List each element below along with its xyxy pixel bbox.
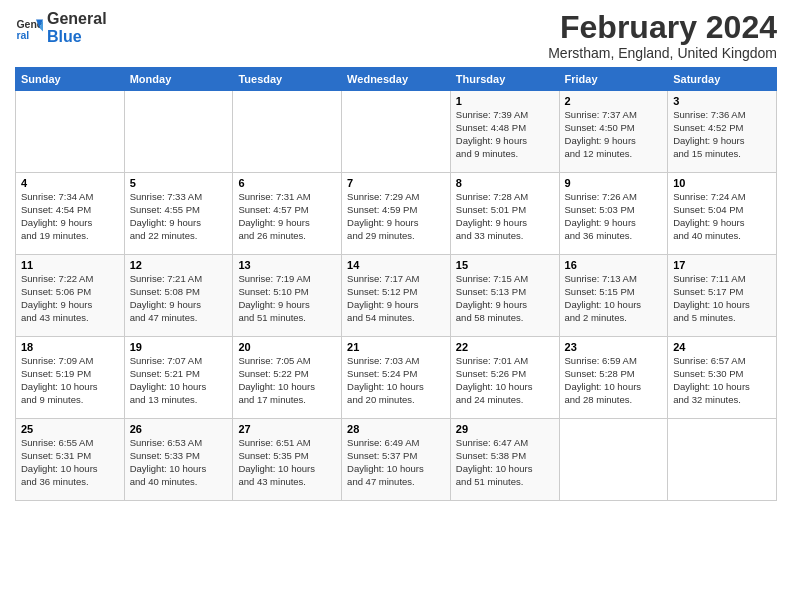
calendar-cell: [16, 91, 125, 173]
calendar-cell: 22Sunrise: 7:01 AM Sunset: 5:26 PM Dayli…: [450, 337, 559, 419]
calendar-cell: 9Sunrise: 7:26 AM Sunset: 5:03 PM Daylig…: [559, 173, 668, 255]
day-info: Sunrise: 7:28 AM Sunset: 5:01 PM Dayligh…: [456, 191, 554, 242]
calendar-cell: 3Sunrise: 7:36 AM Sunset: 4:52 PM Daylig…: [668, 91, 777, 173]
day-number: 6: [238, 177, 336, 189]
calendar-week-3: 11Sunrise: 7:22 AM Sunset: 5:06 PM Dayli…: [16, 255, 777, 337]
day-info: Sunrise: 6:59 AM Sunset: 5:28 PM Dayligh…: [565, 355, 663, 406]
day-number: 13: [238, 259, 336, 271]
day-number: 21: [347, 341, 445, 353]
day-info: Sunrise: 6:49 AM Sunset: 5:37 PM Dayligh…: [347, 437, 445, 488]
logo-icon: Gene ral: [15, 14, 43, 42]
calendar-title: February 2024: [548, 10, 777, 45]
day-number: 14: [347, 259, 445, 271]
calendar-week-4: 18Sunrise: 7:09 AM Sunset: 5:19 PM Dayli…: [16, 337, 777, 419]
calendar-cell: 13Sunrise: 7:19 AM Sunset: 5:10 PM Dayli…: [233, 255, 342, 337]
day-info: Sunrise: 7:11 AM Sunset: 5:17 PM Dayligh…: [673, 273, 771, 324]
day-info: Sunrise: 7:21 AM Sunset: 5:08 PM Dayligh…: [130, 273, 228, 324]
calendar-cell: 24Sunrise: 6:57 AM Sunset: 5:30 PM Dayli…: [668, 337, 777, 419]
day-info: Sunrise: 7:29 AM Sunset: 4:59 PM Dayligh…: [347, 191, 445, 242]
calendar-cell: 17Sunrise: 7:11 AM Sunset: 5:17 PM Dayli…: [668, 255, 777, 337]
calendar-cell: [124, 91, 233, 173]
day-number: 25: [21, 423, 119, 435]
day-number: 28: [347, 423, 445, 435]
day-info: Sunrise: 7:36 AM Sunset: 4:52 PM Dayligh…: [673, 109, 771, 160]
day-number: 16: [565, 259, 663, 271]
day-number: 22: [456, 341, 554, 353]
day-number: 29: [456, 423, 554, 435]
day-info: Sunrise: 6:57 AM Sunset: 5:30 PM Dayligh…: [673, 355, 771, 406]
day-info: Sunrise: 7:19 AM Sunset: 5:10 PM Dayligh…: [238, 273, 336, 324]
day-info: Sunrise: 7:37 AM Sunset: 4:50 PM Dayligh…: [565, 109, 663, 160]
day-number: 18: [21, 341, 119, 353]
header-monday: Monday: [124, 68, 233, 91]
day-number: 2: [565, 95, 663, 107]
calendar-cell: 27Sunrise: 6:51 AM Sunset: 5:35 PM Dayli…: [233, 419, 342, 501]
logo-line1: General: [47, 10, 107, 28]
day-number: 19: [130, 341, 228, 353]
calendar-cell: [342, 91, 451, 173]
day-number: 12: [130, 259, 228, 271]
header: Gene ral General Blue February 2024 Mers…: [15, 10, 777, 61]
calendar-cell: 4Sunrise: 7:34 AM Sunset: 4:54 PM Daylig…: [16, 173, 125, 255]
day-info: Sunrise: 6:51 AM Sunset: 5:35 PM Dayligh…: [238, 437, 336, 488]
calendar-week-2: 4Sunrise: 7:34 AM Sunset: 4:54 PM Daylig…: [16, 173, 777, 255]
page-container: Gene ral General Blue February 2024 Mers…: [0, 0, 792, 506]
svg-text:ral: ral: [16, 28, 29, 40]
calendar-cell: 1Sunrise: 7:39 AM Sunset: 4:48 PM Daylig…: [450, 91, 559, 173]
calendar-table: Sunday Monday Tuesday Wednesday Thursday…: [15, 67, 777, 501]
day-info: Sunrise: 7:33 AM Sunset: 4:55 PM Dayligh…: [130, 191, 228, 242]
calendar-cell: 12Sunrise: 7:21 AM Sunset: 5:08 PM Dayli…: [124, 255, 233, 337]
day-info: Sunrise: 7:05 AM Sunset: 5:22 PM Dayligh…: [238, 355, 336, 406]
day-info: Sunrise: 6:47 AM Sunset: 5:38 PM Dayligh…: [456, 437, 554, 488]
day-info: Sunrise: 7:03 AM Sunset: 5:24 PM Dayligh…: [347, 355, 445, 406]
day-number: 17: [673, 259, 771, 271]
calendar-cell: 8Sunrise: 7:28 AM Sunset: 5:01 PM Daylig…: [450, 173, 559, 255]
calendar-cell: 21Sunrise: 7:03 AM Sunset: 5:24 PM Dayli…: [342, 337, 451, 419]
day-info: Sunrise: 7:07 AM Sunset: 5:21 PM Dayligh…: [130, 355, 228, 406]
day-number: 27: [238, 423, 336, 435]
calendar-cell: 2Sunrise: 7:37 AM Sunset: 4:50 PM Daylig…: [559, 91, 668, 173]
calendar-cell: 14Sunrise: 7:17 AM Sunset: 5:12 PM Dayli…: [342, 255, 451, 337]
day-number: 1: [456, 95, 554, 107]
calendar-cell: 26Sunrise: 6:53 AM Sunset: 5:33 PM Dayli…: [124, 419, 233, 501]
day-number: 7: [347, 177, 445, 189]
day-number: 3: [673, 95, 771, 107]
day-info: Sunrise: 7:09 AM Sunset: 5:19 PM Dayligh…: [21, 355, 119, 406]
day-number: 5: [130, 177, 228, 189]
calendar-cell: 18Sunrise: 7:09 AM Sunset: 5:19 PM Dayli…: [16, 337, 125, 419]
calendar-cell: 10Sunrise: 7:24 AM Sunset: 5:04 PM Dayli…: [668, 173, 777, 255]
header-friday: Friday: [559, 68, 668, 91]
day-number: 26: [130, 423, 228, 435]
calendar-cell: 23Sunrise: 6:59 AM Sunset: 5:28 PM Dayli…: [559, 337, 668, 419]
day-info: Sunrise: 7:34 AM Sunset: 4:54 PM Dayligh…: [21, 191, 119, 242]
day-number: 23: [565, 341, 663, 353]
header-sunday: Sunday: [16, 68, 125, 91]
day-number: 8: [456, 177, 554, 189]
day-info: Sunrise: 7:24 AM Sunset: 5:04 PM Dayligh…: [673, 191, 771, 242]
calendar-cell: [559, 419, 668, 501]
calendar-cell: 29Sunrise: 6:47 AM Sunset: 5:38 PM Dayli…: [450, 419, 559, 501]
day-info: Sunrise: 7:15 AM Sunset: 5:13 PM Dayligh…: [456, 273, 554, 324]
day-info: Sunrise: 7:17 AM Sunset: 5:12 PM Dayligh…: [347, 273, 445, 324]
header-thursday: Thursday: [450, 68, 559, 91]
day-info: Sunrise: 7:13 AM Sunset: 5:15 PM Dayligh…: [565, 273, 663, 324]
calendar-week-5: 25Sunrise: 6:55 AM Sunset: 5:31 PM Dayli…: [16, 419, 777, 501]
calendar-cell: 5Sunrise: 7:33 AM Sunset: 4:55 PM Daylig…: [124, 173, 233, 255]
day-number: 15: [456, 259, 554, 271]
calendar-cell: 25Sunrise: 6:55 AM Sunset: 5:31 PM Dayli…: [16, 419, 125, 501]
day-info: Sunrise: 6:55 AM Sunset: 5:31 PM Dayligh…: [21, 437, 119, 488]
logo-line2: Blue: [47, 28, 107, 46]
calendar-cell: 28Sunrise: 6:49 AM Sunset: 5:37 PM Dayli…: [342, 419, 451, 501]
header-tuesday: Tuesday: [233, 68, 342, 91]
title-block: February 2024 Merstham, England, United …: [548, 10, 777, 61]
day-info: Sunrise: 7:22 AM Sunset: 5:06 PM Dayligh…: [21, 273, 119, 324]
calendar-cell: [668, 419, 777, 501]
day-number: 9: [565, 177, 663, 189]
calendar-cell: 15Sunrise: 7:15 AM Sunset: 5:13 PM Dayli…: [450, 255, 559, 337]
day-info: Sunrise: 7:26 AM Sunset: 5:03 PM Dayligh…: [565, 191, 663, 242]
calendar-cell: 20Sunrise: 7:05 AM Sunset: 5:22 PM Dayli…: [233, 337, 342, 419]
calendar-cell: 16Sunrise: 7:13 AM Sunset: 5:15 PM Dayli…: [559, 255, 668, 337]
day-number: 4: [21, 177, 119, 189]
calendar-cell: 19Sunrise: 7:07 AM Sunset: 5:21 PM Dayli…: [124, 337, 233, 419]
calendar-subtitle: Merstham, England, United Kingdom: [548, 45, 777, 61]
